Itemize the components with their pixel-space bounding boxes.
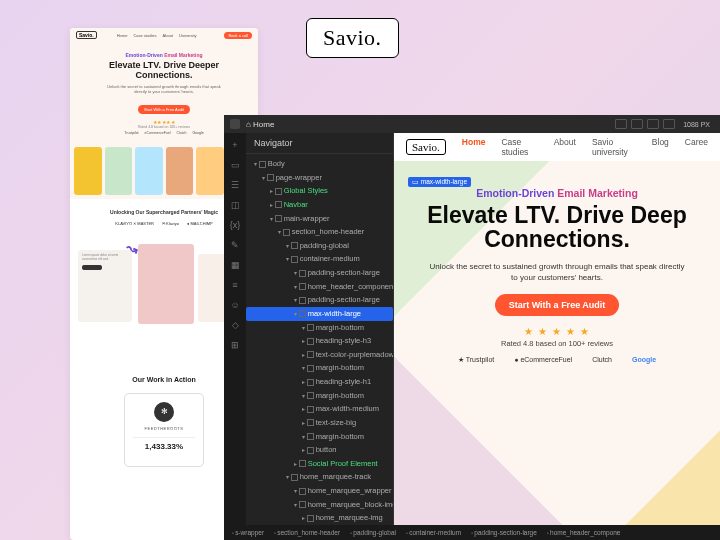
canvas-page[interactable]: Savio. HomeCase studiesAboutSavio univer… <box>394 133 720 540</box>
apps-icon[interactable]: ⊞ <box>229 339 241 351</box>
tree-node[interactable]: margin-bottom <box>246 321 393 335</box>
tree-node[interactable]: max-width-medium <box>246 402 393 416</box>
preview-case-card: ✻ FEEDTHEROOTS 1,433.33% <box>124 393 204 467</box>
editor-canvas[interactable]: Savio. HomeCase studiesAboutSavio univer… <box>394 133 720 540</box>
breadcrumb-item[interactable]: container-medium <box>402 528 465 537</box>
preview-nav: HomeCase studiesAboutUniversity <box>117 33 197 38</box>
editor-toolbar[interactable]: + ▭ ☰ ◫ {x} ✎ ▦ ≡ ☺ ◇ ⊞ <box>224 133 246 540</box>
preview-cta: Book a call <box>224 32 252 39</box>
preview-eyebrow: Emotion-Driven Email Marketing <box>82 52 246 58</box>
tree-node[interactable]: page-wrapper <box>246 171 393 185</box>
navigator-icon[interactable]: ☰ <box>229 179 241 191</box>
hero-heading[interactable]: Elevate LTV. Drive DeepConnections. <box>394 203 720 251</box>
site-logo[interactable]: Savio. <box>406 139 446 155</box>
tree-node[interactable]: section_home-header <box>246 225 393 239</box>
tree-node[interactable]: text-size-big <box>246 416 393 430</box>
stars-icon: ★ ★ ★ ★ ★ <box>394 326 720 337</box>
tree-node[interactable]: padding-section-large <box>246 293 393 307</box>
webflow-logo-icon[interactable] <box>230 119 240 129</box>
breadcrumb-item[interactable]: home_header_compone <box>543 528 625 537</box>
logo-text: Savio. <box>323 25 382 50</box>
element-breadcrumb[interactable]: s-wrappersection_home-headerpadding-glob… <box>224 525 720 540</box>
tree-node[interactable]: heading-style-h1 <box>246 375 393 389</box>
preview-trust: TrustpiloteCommerceFuelClutchGoogle <box>82 131 246 135</box>
viewport-width: 1088 PX <box>679 121 714 128</box>
tree-node[interactable]: Body <box>246 157 393 171</box>
tree-node[interactable]: heading-style-h3 <box>246 334 393 348</box>
preview-stat: 1,433.33% <box>133 437 195 451</box>
nav-link[interactable]: About <box>554 137 576 157</box>
breadcrumb-item[interactable]: section_home-header <box>270 528 344 537</box>
nav-link[interactable]: Blog <box>652 137 669 157</box>
tree-node[interactable]: Navbar <box>246 198 393 212</box>
breadcrumb-item[interactable]: s-wrapper <box>228 528 268 537</box>
tree-node[interactable]: home_marquee_wrapper <box>246 484 393 498</box>
selection-label: ▭ max-width-large <box>408 177 471 187</box>
styles-icon[interactable]: ✎ <box>229 239 241 251</box>
breadcrumb-item[interactable]: padding-global <box>346 528 400 537</box>
tree-node[interactable]: button <box>246 443 393 457</box>
add-icon[interactable]: + <box>229 139 241 151</box>
preview-title: Elevate LTV. Drive Deeper Connections. <box>82 60 246 81</box>
preview-sub: Unlock the secret to sustained growth th… <box>104 84 224 94</box>
preview-rating: ★★★★★ Rated 4.8 based on 100+ reviews Tr… <box>82 119 246 135</box>
trust-logos: ★ Trustpilot● eCommerceFuelClutchGoogle <box>394 356 720 364</box>
nav-link[interactable]: Home <box>462 137 486 157</box>
logo-badge: Savio. <box>306 18 399 58</box>
hero-cta-button[interactable]: Start With a Free Audit <box>495 294 620 316</box>
breadcrumb-item[interactable]: padding-section-large <box>467 528 541 537</box>
tree-node[interactable]: max-width-large <box>246 307 393 321</box>
tree-node[interactable]: padding-section-large <box>246 266 393 280</box>
hero-subtext[interactable]: Unlock the secret to sustained growth th… <box>427 261 687 283</box>
webflow-editor: Home 1088 PX + ▭ ☰ ◫ {x} ✎ ▦ ≡ ☺ ◇ ⊞ Nav… <box>224 115 720 540</box>
hero-eyebrow[interactable]: Emotion-Driven Email Marketing <box>394 187 720 199</box>
desktop-icon[interactable] <box>615 119 627 129</box>
tree-node[interactable]: text-color-purplemadow <box>246 348 393 362</box>
tree-node[interactable]: Global Styles <box>246 184 393 198</box>
navigator-title: Navigator <box>246 133 393 154</box>
pages-icon[interactable]: ▭ <box>229 159 241 171</box>
editor-topbar[interactable]: Home 1088 PX <box>224 115 720 133</box>
ecommerce-icon[interactable]: ◇ <box>229 319 241 331</box>
tablet-icon[interactable] <box>631 119 643 129</box>
tree-node[interactable]: margin-bottom <box>246 389 393 403</box>
page-selector[interactable]: Home <box>246 120 274 129</box>
tree-node[interactable]: main-wrapper <box>246 212 393 226</box>
tree-node[interactable]: home_marquee-track <box>246 470 393 484</box>
tree-node[interactable]: padding-global <box>246 239 393 253</box>
nav-link[interactable]: Case studies <box>501 137 537 157</box>
tree-node[interactable]: container-medium <box>246 252 393 266</box>
navigator-tree[interactable]: Bodypage-wrapperGlobal StylesNavbarmain-… <box>246 154 393 540</box>
components-icon[interactable]: ◫ <box>229 199 241 211</box>
preview-work-title: Our Work in Action <box>80 376 248 383</box>
tree-node[interactable]: home_header_component <box>246 280 393 294</box>
preview-cta-button: Start With a Free Audit <box>138 105 190 114</box>
mobile-landscape-icon[interactable] <box>647 119 659 129</box>
preview-brand: Savio. <box>76 31 97 39</box>
brand-icon: ✻ <box>154 402 174 422</box>
site-nav[interactable]: Savio. HomeCase studiesAboutSavio univer… <box>394 133 720 161</box>
navigator-panel[interactable]: Navigator Bodypage-wrapperGlobal StylesN… <box>246 133 394 540</box>
tree-node[interactable]: margin-bottom <box>246 430 393 444</box>
users-icon[interactable]: ☺ <box>229 299 241 311</box>
assets-icon[interactable]: ▦ <box>229 259 241 271</box>
tree-node[interactable]: home_marquee_block-img <box>246 498 393 512</box>
tree-node[interactable]: home_marquee-img <box>246 511 393 525</box>
mobile-icon[interactable] <box>663 119 675 129</box>
tree-node[interactable]: margin-bottom <box>246 361 393 375</box>
cms-icon[interactable]: ≡ <box>229 279 241 291</box>
nav-link[interactable]: Caree <box>685 137 708 157</box>
nav-links[interactable]: HomeCase studiesAboutSavio universityBlo… <box>462 137 708 157</box>
tree-node[interactable]: Social Proof Element <box>246 457 393 471</box>
variables-icon[interactable]: {x} <box>229 219 241 231</box>
nav-link[interactable]: Savio university <box>592 137 636 157</box>
rating-text: Rated 4.8 based on 100+ reviews <box>394 339 720 348</box>
